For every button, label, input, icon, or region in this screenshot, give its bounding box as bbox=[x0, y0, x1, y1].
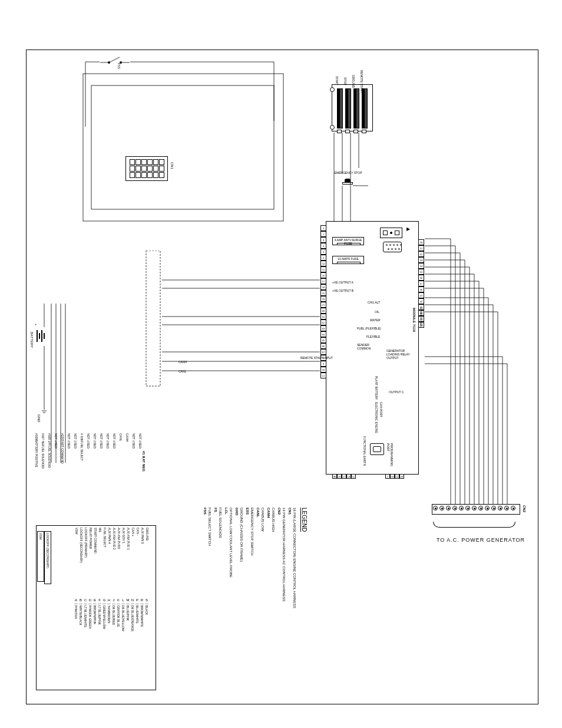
module-name-label: MODULE 7110 bbox=[412, 308, 416, 332]
legend-title: LEGEND bbox=[301, 508, 308, 532]
module-7110: ▶ 3 AMP ANTI-SURGE FUSE 10 AMPS FUSE +VE… bbox=[326, 221, 419, 475]
svg-rect-5 bbox=[146, 251, 160, 386]
wiring-overlay bbox=[27, 50, 539, 563]
left-terminal-hub bbox=[141, 251, 165, 394]
cn2-brace bbox=[433, 522, 515, 528]
module-left-terminals: 1234561415161718192021606162636465666789… bbox=[320, 225, 326, 378]
canh-wire-label: CANH bbox=[178, 360, 187, 364]
cn1-plug bbox=[125, 156, 168, 181]
cn2-label: CN2 bbox=[523, 505, 526, 512]
fss-switch-icon bbox=[97, 54, 133, 71]
func-earth-label: FUNCTIONAL EARTH bbox=[363, 436, 366, 466]
elec-engine-label: ELECTRONIC ENGINE bbox=[375, 402, 378, 433]
module-right-terminals: 505152535455565740414238292826 bbox=[418, 239, 424, 328]
color-legend-box bbox=[36, 525, 156, 690]
switch-ground-label: GROUND bbox=[352, 75, 355, 88]
program-port-label: PROGRAMMING PORT bbox=[386, 443, 394, 472]
oil-label: OIL bbox=[375, 310, 379, 314]
cn2-terminals bbox=[433, 506, 515, 510]
switch-panel bbox=[332, 84, 373, 131]
fuse-10amp: 10 AMPS FUSE bbox=[332, 256, 364, 264]
legend-list: CN116 PIN (LARGE CONNECTOR) ENGINE CONTR… bbox=[203, 508, 296, 608]
can-port-label: CAN PORT bbox=[379, 402, 383, 417]
battery-plus: + bbox=[35, 322, 37, 326]
svg-point-4 bbox=[120, 61, 122, 64]
wiring-diagram-page: BATTERY + GND FSS START STOP GROUND REMO… bbox=[26, 50, 538, 704]
cn1-plug-label: CN1 bbox=[170, 162, 174, 169]
switch-knob-1 bbox=[330, 87, 335, 92]
emergency-stop-button[interactable] bbox=[342, 179, 353, 185]
cn1-pin-descriptions: #109BATTERY POSITIVE#107 NGFUEL SOLENOID… bbox=[32, 433, 142, 469]
switch-remote-label: REMOTE START bbox=[360, 70, 363, 93]
estop-label: EMERGENCY STOP bbox=[330, 171, 366, 174]
fuel-flex-label: FUEL (FLEXIBLE) bbox=[357, 327, 381, 330]
output-c-label: OUTPUT C bbox=[389, 390, 404, 394]
water-label: WATER bbox=[370, 318, 381, 322]
db9-port bbox=[383, 242, 402, 252]
switch-start-label: START bbox=[335, 76, 339, 85]
switch-stop-label: STOP bbox=[343, 77, 347, 85]
flexible-label: FLEXIBLE bbox=[366, 335, 380, 338]
svg-rect-14 bbox=[83, 74, 283, 221]
module-bottom-terminals-2: 7242223 bbox=[385, 474, 404, 479]
canl-wire-label: CANL bbox=[178, 370, 186, 373]
gnd-label: GND bbox=[37, 414, 41, 422]
battery-label: BATTERY bbox=[30, 332, 34, 348]
switch-ground[interactable] bbox=[353, 88, 359, 129]
switch-knob-2 bbox=[330, 125, 335, 130]
to-generator-label: TO A.C. POWER GENERATOR bbox=[437, 537, 525, 543]
module-bottom-terminals: 3625271312 bbox=[332, 474, 356, 479]
svg-rect-15 bbox=[91, 85, 274, 209]
module-display bbox=[380, 228, 402, 238]
gen-load-label: GENERATOR LOADING RELAY OUTPUT bbox=[386, 349, 411, 360]
switch-start[interactable] bbox=[337, 88, 343, 129]
bat-neg-label: #1 BAT NEG bbox=[142, 451, 146, 472]
svg-line-1 bbox=[109, 57, 120, 62]
out-b-label: +VE OUTPUT B bbox=[332, 289, 353, 292]
switch-remote[interactable] bbox=[362, 88, 368, 129]
remote-start-label: REMOTE START INPUT bbox=[300, 356, 333, 360]
module-arrow-right: ▶ bbox=[406, 226, 410, 232]
fuse-3amp: 3 AMP ANTI-SURGE FUSE bbox=[332, 237, 364, 245]
battery-symbol bbox=[36, 327, 45, 345]
out-a-label: +VE OUTPUT A bbox=[332, 281, 353, 284]
plant-bat-label: PLANT BATTERY bbox=[375, 376, 378, 400]
switch-stop[interactable] bbox=[345, 88, 351, 129]
sender-common-label: SENDER COMMON bbox=[357, 343, 381, 350]
svg-point-3 bbox=[108, 61, 110, 64]
programming-port-icon bbox=[370, 443, 384, 455]
chg-alt-label: CHG ALT bbox=[368, 301, 380, 304]
